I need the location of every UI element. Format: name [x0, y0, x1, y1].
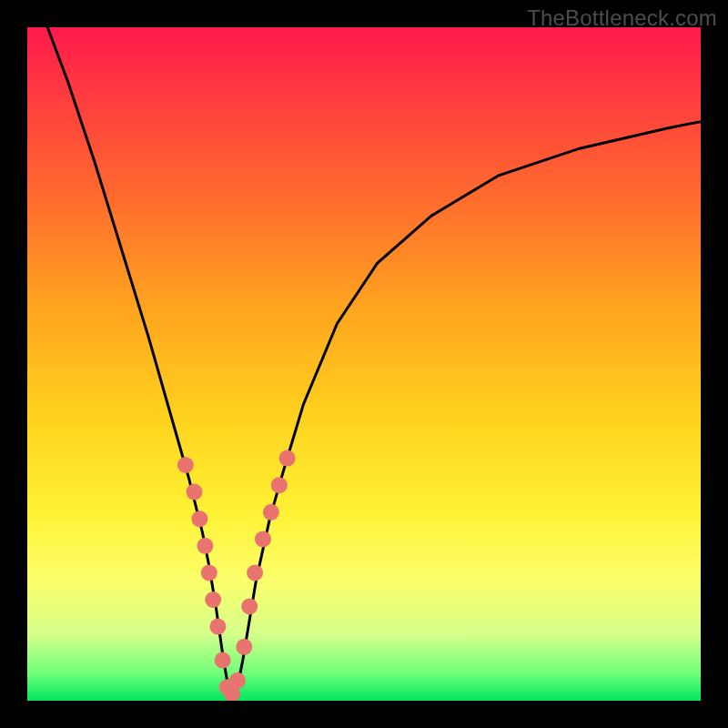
curve-marker: [197, 538, 213, 554]
curve-marker: [263, 504, 279, 521]
curve-marker: [279, 450, 296, 467]
chart-svg: [27, 27, 701, 701]
curve-marker: [177, 457, 194, 473]
curve-marker: [236, 639, 252, 655]
curve-marker: [187, 484, 203, 500]
curve-markers: [177, 450, 296, 701]
curve-marker: [191, 511, 207, 527]
curve-marker: [241, 598, 258, 614]
curve-marker: [215, 652, 231, 669]
curve-marker: [201, 564, 217, 581]
curve-marker: [271, 477, 288, 493]
chart-frame: TheBottleneck.com: [0, 0, 728, 728]
curve-marker: [205, 592, 221, 608]
curve-marker: [247, 564, 263, 581]
plot-area: [27, 27, 701, 701]
bottleneck-curve: [47, 27, 701, 694]
curve-marker: [229, 672, 246, 689]
curve-marker: [255, 531, 271, 547]
curve-marker: [209, 619, 226, 635]
